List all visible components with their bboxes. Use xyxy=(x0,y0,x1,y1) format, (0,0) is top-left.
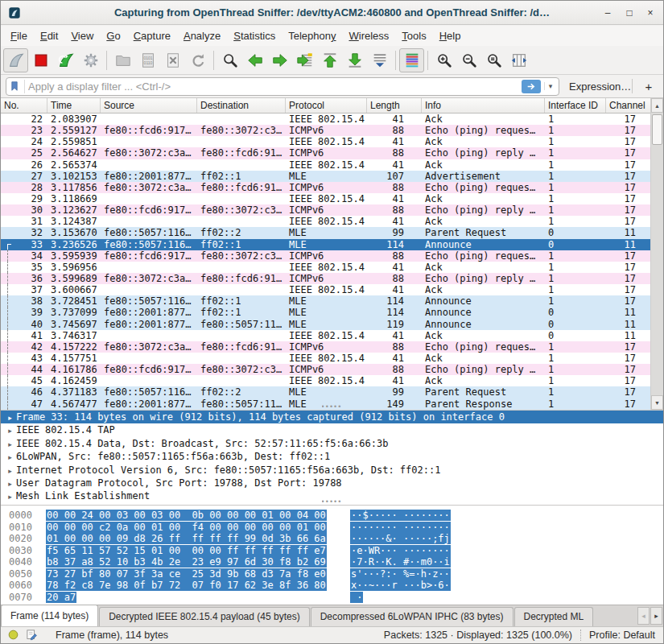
byte-tab[interactable]: Decrypted IEEE 802.15.4 payload (45 byte… xyxy=(99,607,309,626)
close-button[interactable]: × xyxy=(641,1,659,25)
first-packet-button[interactable] xyxy=(317,48,342,72)
packet-row[interactable]: 444.161786fe80::fcd6:917…fe80::3072:c3…I… xyxy=(1,364,650,375)
scroll-down-icon[interactable]: ▼ xyxy=(651,395,663,410)
menu-view[interactable]: View xyxy=(64,26,100,46)
apply-filter-button[interactable] xyxy=(522,80,541,93)
packet-row[interactable]: 424.157222fe80::3072:c3a…fe80::fcd6:91…I… xyxy=(1,341,650,353)
column-header-protocol[interactable]: Protocol xyxy=(286,98,367,113)
column-header-no[interactable]: No. xyxy=(1,98,47,113)
tab-scroll-left-icon[interactable]: ◂ xyxy=(637,607,650,625)
packet-row[interactable]: 293.118669IEEE 802.15.441Ack117 xyxy=(1,193,650,204)
display-filter-field[interactable]: ▾ xyxy=(6,77,559,96)
column-header-time[interactable]: Time xyxy=(47,98,101,113)
menu-edit[interactable]: Edit xyxy=(34,26,64,46)
packet-row[interactable]: 363.599689fe80::3072:c3a…fe80::fcd6:91…I… xyxy=(1,273,650,284)
detail-line[interactable]: ▸Internet Protocol Version 6, Src: fe80:… xyxy=(1,464,663,477)
hex-line[interactable]: 0030f5 65 11 57 52 15 01 00 00 00 ff ff … xyxy=(1,545,663,557)
packet-row[interactable]: 383.728451fe80::5057:116…ff02::1MLE114An… xyxy=(1,295,650,307)
packet-row[interactable]: 313.124387IEEE 802.15.441Ack117 xyxy=(1,216,650,227)
byte-tab[interactable]: Decompressed 6LoWPAN IPHC (83 bytes) xyxy=(311,607,513,626)
next-packet-button[interactable] xyxy=(267,48,292,72)
packet-row[interactable]: 252.564627fe80::3072:c3a…fe80::fcd6:91…I… xyxy=(1,147,650,159)
byte-tab[interactable]: Frame (114 bytes) xyxy=(1,605,98,626)
hex-line[interactable]: 001000 00 00 c2 0a 00 01 00 f4 00 00 00 … xyxy=(1,522,663,534)
hex-line[interactable]: 006078 f2 c8 7e 98 0f b7 72 07 f0 17 62 … xyxy=(1,580,663,592)
menu-go[interactable]: Go xyxy=(100,26,126,46)
maximize-button[interactable]: □ xyxy=(621,1,638,25)
zoom-reset-button[interactable] xyxy=(481,48,506,72)
scrollbar-track[interactable] xyxy=(651,113,663,395)
column-header-channel[interactable]: Channel xyxy=(606,98,652,113)
column-header-interfaceid[interactable]: Interface ID xyxy=(545,98,606,113)
resize-columns-button[interactable] xyxy=(506,48,531,72)
column-header-info[interactable]: Info xyxy=(422,98,545,113)
menu-tools[interactable]: Tools xyxy=(395,26,432,46)
menu-wireless[interactable]: Wireless xyxy=(343,26,396,46)
search-input[interactable] xyxy=(28,80,522,93)
filter-history-dropdown-icon[interactable]: ▾ xyxy=(544,82,556,90)
find-packet-button[interactable] xyxy=(217,48,242,72)
packet-row[interactable]: 413.746317IEEE 802.15.441Ack011 xyxy=(1,330,650,341)
packet-row[interactable]: 434.157751IEEE 802.15.441Ack117 xyxy=(1,353,650,364)
hex-line[interactable]: 002001 00 00 00 09 d8 26 ff ff ff ff 99 … xyxy=(1,533,663,545)
packet-row[interactable]: 303.123627fe80::fcd6:917…fe80::3072:c3…I… xyxy=(1,204,650,216)
zoom-in-button[interactable] xyxy=(431,48,456,72)
column-header-length[interactable]: Length xyxy=(367,98,422,113)
vertical-scrollbar[interactable]: ▲ ▼ xyxy=(650,98,663,410)
packet-row[interactable]: 403.745697fe80::2001:877…fe80::5057:11…M… xyxy=(1,319,650,330)
expression-button[interactable]: Expression… xyxy=(569,80,631,93)
packet-row[interactable]: 454.162459IEEE 802.15.441Ack117 xyxy=(1,375,650,386)
packet-row[interactable]: 343.595939fe80::fcd6:917…fe80::3072:c3…I… xyxy=(1,250,650,262)
packet-row[interactable]: 333.236526fe80::5057:116…ff02::1MLE114An… xyxy=(1,239,650,250)
expert-info-icon[interactable] xyxy=(7,629,20,642)
packet-row[interactable]: 464.371183fe80::5057:116…ff02::2MLE99Par… xyxy=(1,386,650,398)
packet-row[interactable]: 323.153670fe80::5057:116…ff02::2MLE99Par… xyxy=(1,227,650,238)
bookmark-icon[interactable] xyxy=(9,80,25,93)
zoom-out-button[interactable] xyxy=(456,48,481,72)
last-packet-button[interactable] xyxy=(342,48,367,72)
detail-line[interactable]: ▸6LoWPAN, Src: fe80::5057:1165:f56a:663b… xyxy=(1,450,663,463)
auto-scroll-button[interactable] xyxy=(367,48,392,72)
packet-row[interactable]: 262.565374IEEE 802.15.441Ack117 xyxy=(1,159,650,171)
capture-comment-icon[interactable] xyxy=(26,629,39,642)
colorize-button[interactable] xyxy=(399,48,424,72)
packet-row[interactable]: 273.102153fe80::2001:877…ff02::1MLE107Ad… xyxy=(1,171,650,182)
hex-line[interactable]: 007020 a7 · xyxy=(1,592,663,604)
byte-tab[interactable]: Decrypted ML xyxy=(514,607,594,626)
goto-packet-button[interactable] xyxy=(292,48,317,72)
pane-splitter-handle[interactable] xyxy=(322,500,343,504)
previous-packet-button[interactable] xyxy=(242,48,267,72)
detail-line[interactable]: ▸IEEE 802.15.4 TAP xyxy=(1,423,663,436)
hex-line[interactable]: 005073 27 bf 80 07 3f 3a ce 25 3d 9b 68 … xyxy=(1,568,663,580)
stop-capture-button[interactable] xyxy=(28,48,53,72)
restart-capture-button[interactable] xyxy=(53,48,78,72)
column-header-source[interactable]: Source xyxy=(101,98,197,113)
menu-analyze[interactable]: Analyze xyxy=(177,26,227,46)
pane-splitter-handle[interactable] xyxy=(322,405,343,409)
packet-row[interactable]: 232.559127fe80::fcd6:917…fe80::3072:c3…I… xyxy=(1,125,650,136)
menu-capture[interactable]: Capture xyxy=(127,26,177,46)
scrollbar-thumb[interactable] xyxy=(652,114,662,145)
menu-statistics[interactable]: Statistics xyxy=(227,26,282,46)
packet-row[interactable]: 222.083907IEEE 802.15.441Ack117 xyxy=(1,114,650,125)
detail-line[interactable]: ▸IEEE 802.15.4 Data, Dst: Broadcast, Src… xyxy=(1,437,663,450)
scroll-up-icon[interactable]: ▲ xyxy=(651,98,663,113)
packet-row[interactable]: 353.596956IEEE 802.15.441Ack117 xyxy=(1,262,650,273)
minimize-button[interactable]: – xyxy=(599,1,617,25)
packet-row[interactable]: 242.559851IEEE 802.15.441Ack117 xyxy=(1,136,650,147)
hex-line[interactable]: 000000 00 24 00 03 00 03 00 0b 00 00 00 … xyxy=(1,510,663,522)
menu-file[interactable]: File xyxy=(4,26,34,46)
menu-telephony[interactable]: Telephony xyxy=(282,26,342,46)
menu-help[interactable]: Help xyxy=(433,26,468,46)
tab-scroll-right-icon[interactable]: ▸ xyxy=(650,607,662,625)
add-filter-button[interactable]: + xyxy=(641,80,657,93)
detail-line[interactable]: ▸Frame 33: 114 bytes on wire (912 bits),… xyxy=(1,411,663,423)
packet-row[interactable]: 393.737099fe80::2001:877…ff02::1MLE114An… xyxy=(1,307,650,318)
capture-options-button[interactable] xyxy=(78,48,103,72)
detail-line[interactable]: ▸User Datagram Protocol, Src Port: 19788… xyxy=(1,477,663,489)
packet-row[interactable]: 373.600667IEEE 802.15.441Ack117 xyxy=(1,284,650,295)
status-profile[interactable]: Profile: Default xyxy=(589,630,655,641)
packet-row[interactable]: 283.117856fe80::3072:c3a…fe80::fcd6:91…I… xyxy=(1,182,650,193)
column-header-destination[interactable]: Destination xyxy=(197,98,286,113)
hex-line[interactable]: 0040b8 37 a8 52 10 b3 4b 2e 23 e9 97 6d … xyxy=(1,556,663,568)
